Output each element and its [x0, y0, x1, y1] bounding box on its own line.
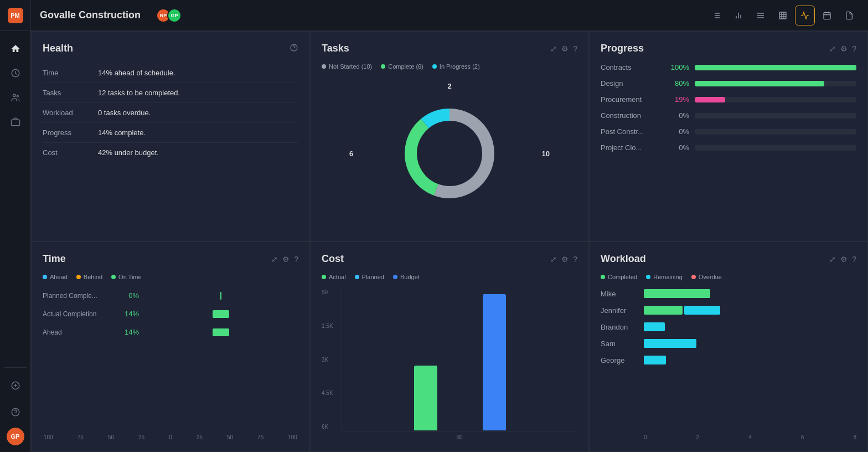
health-row-workload: Workload 0 tasks overdue. [43, 103, 298, 123]
workload-legend-remaining-label: Remaining [653, 274, 683, 280]
time-help-icon[interactable]: ? [294, 255, 298, 264]
toolbar-doc-icon[interactable] [839, 6, 859, 25]
sidebar-item-users[interactable] [4, 86, 27, 109]
pm-logo-icon[interactable]: PM [8, 8, 23, 23]
tasks-help-icon[interactable]: ? [573, 44, 577, 53]
time-row-planned: Planned Comple... 0% [43, 291, 298, 300]
tasks-legend: Not Started (10) Complete (6) In Progres… [322, 63, 577, 70]
time-axis-100l: 100 [44, 434, 53, 440]
cost-bar-group-actual [414, 287, 437, 430]
toolbar-table-icon[interactable] [773, 6, 793, 25]
time-x-axis: 100 75 50 25 0 25 50 75 100 [43, 434, 298, 440]
progress-help-icon[interactable]: ? [852, 44, 856, 53]
cost-chart-container: 6K 4.5K 3K 1.5K $0 [322, 287, 577, 440]
health-row-time: Time 14% ahead of schedule. [43, 63, 298, 83]
sidebar-item-home[interactable] [4, 38, 27, 60]
cost-bar-group-budget [483, 287, 506, 430]
workload-settings-icon[interactable]: ⚙ [840, 255, 848, 264]
topbar-avatars: RP GP [156, 8, 182, 23]
toolbar-list-icon[interactable] [706, 6, 726, 25]
health-value-time: 14% ahead of schedule. [98, 69, 175, 77]
sidebar-navigation [4, 31, 27, 367]
cost-title: Cost [322, 253, 344, 265]
cost-bar-group-planned [448, 287, 472, 430]
time-bar-actual [143, 310, 298, 318]
progress-expand-icon[interactable]: ⤢ [829, 44, 836, 53]
cost-expand-icon[interactable]: ⤢ [550, 255, 557, 264]
cost-legend: Actual Planned Budget [322, 274, 577, 280]
toolbar-chart-icon[interactable] [728, 6, 748, 25]
sidebar: PM GP [0, 0, 31, 452]
cost-help-icon[interactable]: ? [573, 255, 577, 264]
time-legend-ahead-label: Ahead [50, 274, 68, 280]
topbar-toolbar [706, 6, 859, 25]
progress-fill-design [695, 81, 824, 86]
workload-legend-completed-label: Completed [608, 274, 637, 280]
progress-pct-projectclose: 0% [667, 143, 689, 152]
time-label-ahead: Ahead [43, 328, 115, 336]
svg-point-1 [13, 94, 16, 97]
health-value-workload: 0 tasks overdue. [98, 109, 151, 117]
workload-chart: Mike Jennifer [601, 287, 856, 440]
time-pct-planned: 0% [119, 291, 139, 300]
time-axis-75l: 75 [78, 434, 84, 440]
main-content: Govalle Construction RP GP [31, 0, 868, 452]
cost-panel: Cost ⤢ ⚙ ? Actual Planned Budg [310, 242, 589, 452]
toolbar-calendar-icon[interactable] [817, 6, 837, 25]
tasks-panel-header: Tasks ⤢ ⚙ ? [322, 43, 577, 54]
progress-settings-icon[interactable]: ⚙ [840, 44, 848, 53]
health-help-icon[interactable] [290, 43, 298, 54]
progress-pct-postconstruction: 0% [667, 127, 689, 136]
time-axis-100r: 100 [288, 434, 297, 440]
workload-expand-icon[interactable]: ⤢ [829, 255, 836, 264]
health-label-cost: Cost [43, 148, 98, 157]
sidebar-item-clock[interactable] [4, 62, 27, 84]
cost-y-45k: 4.5K [322, 390, 342, 396]
workload-help-icon[interactable]: ? [852, 255, 856, 264]
workload-name-george: George [601, 356, 639, 364]
workload-rows: Mike Jennifer [601, 289, 856, 364]
progress-pct-design: 80% [667, 79, 689, 88]
time-legend-ontime: On Time [111, 274, 142, 280]
workload-legend-overdue: Overdue [691, 274, 722, 280]
workload-remaining-brandon [644, 322, 665, 331]
cost-bar-actual [414, 366, 437, 430]
sidebar-item-briefcase[interactable] [4, 111, 27, 133]
progress-title: Progress [601, 43, 644, 54]
toolbar-pulse-icon[interactable] [795, 6, 815, 25]
workload-remaining-sam [644, 339, 696, 348]
time-settings-icon[interactable]: ⚙ [282, 255, 290, 264]
progress-pct-contracts: 100% [667, 63, 689, 71]
donut-label-top: 2 [447, 82, 451, 90]
avatar-2[interactable]: GP [167, 8, 182, 23]
time-expand-icon[interactable]: ⤢ [271, 255, 278, 264]
workload-axis-8: 8 [853, 434, 856, 440]
time-axis-75r: 75 [257, 434, 264, 440]
cost-legend-planned: Planned [355, 274, 384, 280]
progress-bar-postconstruction [695, 129, 856, 135]
time-label-actual: Actual Completion [43, 310, 115, 318]
cost-settings-icon[interactable]: ⚙ [561, 255, 569, 264]
progress-name-projectclose: Project Clo... [601, 143, 662, 152]
progress-pct-procurement: 19% [667, 95, 689, 104]
workload-axis-4: 4 [748, 434, 752, 440]
sidebar-user-avatar[interactable]: GP [7, 428, 24, 445]
health-panel-icons [290, 43, 298, 54]
tasks-settings-icon[interactable]: ⚙ [561, 44, 569, 53]
cost-y-15k: 1.5K [322, 323, 342, 329]
toolbar-menu-icon[interactable] [751, 6, 771, 25]
time-title: Time [43, 253, 66, 265]
workload-name-sam: Sam [601, 340, 639, 348]
workload-legend: Completed Remaining Overdue [601, 274, 856, 280]
cost-legend-budget-label: Budget [400, 274, 420, 280]
cost-y-axis: 6K 4.5K 3K 1.5K $0 [322, 287, 342, 432]
workload-row-brandon: Brandon [601, 322, 856, 331]
workload-bars-george [644, 356, 856, 364]
tasks-expand-icon[interactable]: ⤢ [550, 44, 557, 53]
time-bar-planned [143, 292, 298, 300]
sidebar-item-add[interactable] [4, 374, 27, 397]
progress-row-construction: Construction 0% [601, 111, 856, 120]
sidebar-item-help[interactable] [4, 401, 27, 423]
progress-row-procurement: Procurement 19% [601, 95, 856, 104]
tasks-panel-icons: ⤢ ⚙ ? [550, 44, 577, 53]
